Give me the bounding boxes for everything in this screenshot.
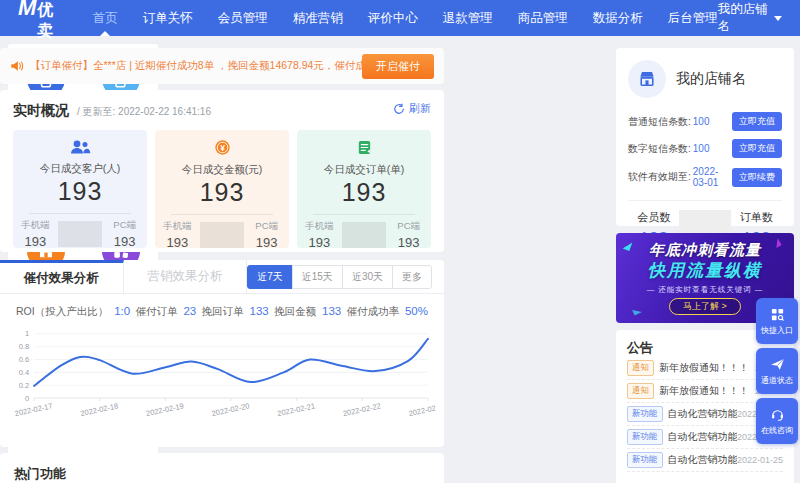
date-range-group: 近7天 近15天 近30天 更多: [247, 260, 432, 293]
app-logo[interactable]: M 优卖: [18, 0, 63, 42]
stat-title: 今日成交客户(人): [13, 162, 147, 176]
sms-balance-row: 普通短信条数:100 立即充值: [628, 112, 782, 131]
overview-title: 实时概况: [13, 102, 69, 120]
metric-reminder-orders: 催付订单23: [135, 305, 196, 319]
stat-value: 193: [13, 177, 147, 206]
range-7d-button[interactable]: 近7天: [247, 265, 293, 289]
banner-decor: [623, 240, 633, 251]
svg-text:2022-02-18: 2022-02-18: [80, 401, 119, 418]
svg-text:0.4: 0.4: [19, 368, 29, 377]
channel-status-button[interactable]: 通道状态: [756, 348, 798, 394]
logo-text: 优卖: [37, 0, 62, 42]
trend-chart: 00.20.40.60.812022-02-172022-02-182022-0…: [8, 325, 436, 431]
analysis-card: 催付效果分析 营销效果分析 近7天 近15天 近30天 更多 ROI（投入产出比…: [0, 260, 444, 447]
metrics-row: ROI（投入产出比）1:0 催付订单23 挽回订单133 挽回金额133 催付成…: [0, 294, 444, 323]
stat-cards: 今日成交客户(人) 193 手机端193 PC端193 ¥ 今日成交金额(元) …: [13, 130, 431, 248]
pc-value: 193: [244, 235, 289, 250]
pc-label: PC端: [102, 219, 147, 232]
license-expiry-row: 软件有效期至:2022-03-01 立即续费: [628, 166, 782, 188]
banner-line3: — 还能实时查看无线关键词 —: [647, 285, 764, 295]
recharge-button[interactable]: 立即充值: [732, 112, 782, 131]
stat-card-amount: ¥ 今日成交金额(元) 193 手机端193 PC端193: [155, 130, 289, 248]
yen-coin-icon: ¥: [214, 139, 231, 156]
banner-line2: 快用流量纵横: [648, 259, 762, 282]
account-dropdown[interactable]: 我的店铺名: [718, 1, 782, 35]
banner-decor: [772, 238, 781, 248]
floating-toolbar: 快捷入口 通道状态 在线咨询: [756, 298, 798, 444]
stat-card-orders: 今日成交订单(单) 193 手机端193 PC端193: [297, 130, 431, 248]
analysis-tabs: 催付效果分析 营销效果分析 近7天 近15天 近30天 更多: [0, 260, 444, 294]
svg-text:¥: ¥: [220, 142, 225, 152]
svg-text:1: 1: [25, 329, 29, 338]
refresh-button[interactable]: 刷新: [393, 101, 431, 116]
nav-item-refund-mgmt[interactable]: 退款管理: [443, 0, 493, 36]
banner-line1: 年底冲刺看流量: [649, 241, 761, 260]
pc-value: 193: [102, 234, 147, 249]
order-doc-icon: [356, 139, 373, 156]
mobile-value: 193: [155, 235, 200, 250]
my-shop-card: 我的店铺名 普通短信条数:100 立即充值 数字短信条数:100 立即充值 软件…: [616, 48, 794, 226]
metric-recovered-orders: 挽回订单133: [202, 305, 269, 319]
renew-button[interactable]: 立即续费: [732, 168, 782, 187]
online-support-button[interactable]: 在线咨询: [756, 398, 798, 444]
grid-search-icon: [770, 307, 785, 322]
stat-title: 今日成交金额(元): [155, 163, 289, 177]
paper-plane-icon: [770, 357, 785, 372]
announcement-bar: 【订单催付】全***店 | 近期催付成功8单 ，挽回金额14678.94元，催付…: [0, 48, 444, 84]
range-30d-button[interactable]: 近30天: [342, 265, 393, 289]
banner-decor: [632, 307, 642, 316]
notice-tag: 通知: [627, 360, 654, 376]
svg-text:2022-02-23: 2022-02-23: [408, 401, 436, 418]
mobile-value: 193: [13, 234, 58, 249]
notice-tag: 新功能: [627, 406, 663, 422]
pc-label: PC端: [386, 220, 431, 233]
realtime-overview-card: 实时概况 / 更新至: 2022-02-22 16:41:16 刷新 今日成交客…: [0, 90, 444, 252]
overview-updated-time: / 更新至: 2022-02-22 16:41:16: [77, 105, 211, 119]
nav-item-review-center[interactable]: 评价中心: [368, 0, 418, 36]
notice-tag: 通知: [627, 383, 654, 399]
recharge-button[interactable]: 立即充值: [732, 139, 782, 158]
tab-marketing-effect[interactable]: 营销效果分析: [124, 260, 248, 293]
nav-item-data-analysis[interactable]: 数据分析: [593, 0, 643, 36]
users-icon: [68, 139, 92, 155]
quick-entry-button[interactable]: 快捷入口: [756, 298, 798, 344]
tab-reminder-effect[interactable]: 催付效果分析: [0, 260, 124, 293]
refresh-icon: [393, 103, 405, 115]
svg-text:0.8: 0.8: [19, 342, 29, 351]
top-navbar: M 优卖 首页 订单关怀 会员管理 精准营销 评价中心 退款管理 商品管理 数据…: [0, 0, 800, 36]
mobile-label: 手机端: [155, 220, 200, 233]
metric-roi: ROI（投入产出比）1:0: [16, 305, 130, 319]
pc-label: PC端: [244, 220, 289, 233]
pc-value: 193: [386, 235, 431, 250]
chevron-down-icon: [774, 16, 782, 21]
speaker-icon: [10, 59, 24, 73]
announcement-text: 【订单催付】全***店 | 近期催付成功8单 ，挽回金额14678.94元，催付…: [30, 59, 362, 73]
nav-item-product-mgmt[interactable]: 商品管理: [518, 0, 568, 36]
mobile-label: 手机端: [13, 219, 58, 232]
nav-item-member-mgmt[interactable]: 会员管理: [218, 0, 268, 36]
metric-success-rate: 催付成功率50%: [346, 305, 428, 319]
main-menu: 首页 订单关怀 会员管理 精准营销 评价中心 退款管理 商品管理 数据分析 后台…: [93, 0, 718, 36]
svg-text:2022-02-19: 2022-02-19: [145, 401, 184, 418]
notice-item[interactable]: 新功能 自动化营销功能上线 2022-01-25: [627, 449, 783, 472]
stat-title: 今日成交订单(单): [297, 163, 431, 177]
notice-tag: 新功能: [627, 429, 663, 445]
hot-features-title: 热门功能: [14, 465, 430, 483]
nav-item-home[interactable]: 首页: [93, 0, 118, 36]
shop-store-icon: [628, 60, 666, 98]
range-more-button[interactable]: 更多: [392, 265, 432, 289]
stat-value: 193: [155, 178, 289, 207]
svg-text:0.2: 0.2: [19, 381, 29, 390]
svg-text:2022-02-22: 2022-02-22: [342, 401, 381, 418]
logo-m-mark: M: [18, 0, 36, 21]
range-15d-button[interactable]: 近15天: [292, 265, 343, 289]
nav-item-backend-mgmt[interactable]: 后台管理: [668, 0, 718, 36]
nav-item-precision-marketing[interactable]: 精准营销: [293, 0, 343, 36]
svg-text:2022-02-17: 2022-02-17: [14, 401, 53, 418]
stat-card-customers: 今日成交客户(人) 193 手机端193 PC端193: [13, 130, 147, 248]
start-reminder-button[interactable]: 开启催付: [362, 54, 434, 79]
nav-item-order-care[interactable]: 订单关怀: [143, 0, 193, 36]
banner-cta-button[interactable]: 马上了解 >: [669, 298, 741, 315]
shop-card-title: 我的店铺名: [676, 70, 746, 88]
headset-icon: [770, 407, 785, 422]
